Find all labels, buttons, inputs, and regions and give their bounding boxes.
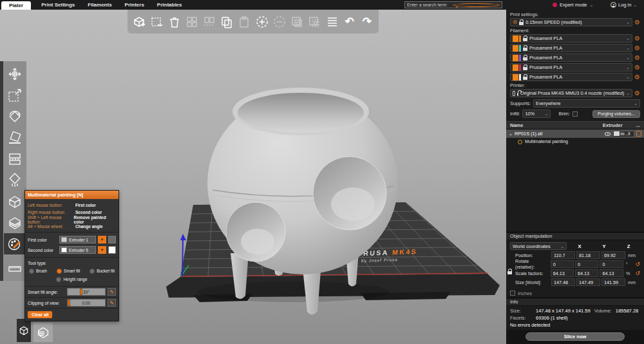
redo-button[interactable]: ↷ bbox=[359, 14, 375, 30]
add-object-button[interactable] bbox=[131, 14, 147, 30]
brim-checkbox[interactable] bbox=[573, 111, 578, 117]
supports-select[interactable]: Everywhere ⌄ bbox=[533, 99, 640, 108]
extruder-column-header[interactable]: Extruder bbox=[603, 122, 636, 128]
rotate-z-field[interactable]: 0 bbox=[600, 260, 623, 268]
preview-view-button[interactable] bbox=[33, 323, 53, 342]
clipping-view-slider[interactable]: 0.00 bbox=[67, 299, 106, 307]
search-input[interactable]: Enter a search term bbox=[404, 1, 502, 8]
seam-painting-tool[interactable] bbox=[4, 191, 26, 212]
rotate-x-field[interactable]: 0 bbox=[551, 260, 574, 268]
uniform-scale-lock-icon[interactable] bbox=[507, 271, 512, 274]
printer-select[interactable]: Original Prusa MK4S MMU3 0.4 nozzle (mod… bbox=[510, 89, 632, 97]
purging-volumes-button[interactable]: Purging volumes... bbox=[592, 110, 640, 118]
3d-viewport[interactable]: ORIGINAL PRUSA MK4S by Josef Prusa bbox=[0, 10, 506, 344]
edit-filament-4-button[interactable]: ⚙ bbox=[634, 64, 640, 71]
move-tool[interactable] bbox=[4, 63, 26, 84]
copy-button[interactable] bbox=[219, 14, 234, 30]
reset-scale-button[interactable]: ↺ bbox=[635, 271, 640, 276]
variable-layer-height-button[interactable] bbox=[324, 14, 339, 30]
object-child-row[interactable]: Multimaterial painting bbox=[506, 138, 644, 146]
cut-tool[interactable] bbox=[4, 148, 26, 169]
chevron-down-icon: ⌄ bbox=[590, 3, 594, 7]
inches-checkbox[interactable] bbox=[510, 291, 515, 296]
scale-x-field[interactable]: 64.13 bbox=[551, 269, 574, 277]
size-y-field[interactable]: 147.49 bbox=[576, 278, 600, 286]
scale-y-field[interactable]: 64.13 bbox=[575, 269, 598, 277]
measure-tool[interactable] bbox=[4, 258, 26, 279]
edit-filament-2-button[interactable]: ⚙ bbox=[634, 45, 640, 52]
filament-1-select[interactable]: Prusament PLA ⌄ bbox=[510, 34, 632, 43]
edit-filament-5-button[interactable]: ⚙ bbox=[634, 74, 640, 81]
edit-angle-button[interactable]: ✎ bbox=[108, 288, 116, 296]
search-icon[interactable] bbox=[453, 3, 500, 7]
split-objects-button[interactable] bbox=[289, 14, 305, 30]
edit-printer-button[interactable]: ⚙ bbox=[634, 90, 640, 97]
position-z-field[interactable]: 69.92 bbox=[601, 251, 625, 259]
second-color-dropdown-button[interactable]: ▾ bbox=[98, 246, 106, 254]
scale-z-field[interactable]: 64.13 bbox=[600, 269, 623, 277]
print-settings-select[interactable]: ⚙ 0.15mm SPEED (modified) ⌄ bbox=[510, 18, 632, 26]
position-x-field[interactable]: 110.7 bbox=[551, 251, 575, 259]
edit-filament-3-button[interactable]: ⚙ bbox=[634, 55, 640, 61]
filament-5-select[interactable]: Prusament PLA ⌄ bbox=[510, 73, 632, 81]
arrange-bed-button[interactable] bbox=[202, 14, 217, 30]
position-y-field[interactable]: 81.18 bbox=[576, 251, 600, 259]
scale-tool[interactable] bbox=[4, 84, 26, 106]
collapse-caret-icon[interactable]: ⌄ bbox=[509, 131, 513, 136]
tab-plater[interactable]: Plater bbox=[1, 1, 31, 10]
tab-filaments[interactable]: Filaments bbox=[81, 0, 118, 10]
edit-filament-1-button[interactable]: ⚙ bbox=[634, 35, 640, 42]
filament-2-select[interactable]: Prusament PLA ⌄ bbox=[510, 44, 632, 52]
tab-printers[interactable]: Printers bbox=[118, 0, 151, 10]
tool-bucket-fill-radio[interactable]: Bucket fill bbox=[90, 269, 115, 274]
object-row[interactable]: ⌄ RP01S (1).stl de...lt bbox=[506, 129, 644, 138]
first-color-dropdown-button[interactable]: ▾ bbox=[98, 236, 106, 244]
reset-rotation-button[interactable]: ↺ bbox=[635, 262, 640, 267]
first-color-select[interactable]: Extruder 1 bbox=[59, 236, 96, 244]
support-painting-tool[interactable] bbox=[4, 169, 26, 191]
place-on-face-tool[interactable] bbox=[4, 127, 26, 148]
login-button[interactable]: Log in ⌄ bbox=[611, 0, 637, 10]
multimaterial-painting-tool[interactable] bbox=[4, 233, 26, 254]
rotate-tool[interactable] bbox=[4, 106, 26, 127]
delete-all-button[interactable] bbox=[166, 14, 182, 30]
tool-brush-radio[interactable]: Brush bbox=[29, 269, 47, 274]
second-color-select[interactable]: Extruder 5 bbox=[59, 246, 96, 254]
tab-printables[interactable]: Printables bbox=[151, 0, 189, 10]
split-parts-button[interactable] bbox=[307, 14, 322, 30]
tool-smart-fill-radio[interactable]: Smart fill bbox=[57, 269, 80, 274]
mode-selector[interactable]: Expert mode ⌄ bbox=[553, 0, 593, 10]
size-z-field[interactable]: 141.59 bbox=[601, 278, 625, 286]
object-extruder-select[interactable]: de...lt bbox=[612, 131, 634, 137]
remove-instance-icon bbox=[272, 15, 287, 29]
name-column-header[interactable]: Name bbox=[510, 122, 603, 128]
editor-view-button[interactable] bbox=[17, 319, 31, 342]
clear-all-button[interactable]: Clear all bbox=[28, 311, 52, 318]
arrange-button[interactable] bbox=[184, 14, 200, 30]
slice-now-button[interactable]: Slice now bbox=[526, 332, 625, 341]
edit-clipping-button[interactable]: ✎ bbox=[108, 299, 116, 307]
remove-object-button[interactable] bbox=[149, 14, 164, 30]
filament-3-select[interactable]: Prusament PLA ⌄ bbox=[510, 53, 632, 62]
smart-fill-angle-slider[interactable]: 30° bbox=[67, 288, 106, 296]
slider-handle[interactable] bbox=[68, 300, 70, 306]
remove-instance-button[interactable] bbox=[272, 14, 287, 30]
rotate-y-field[interactable]: 0 bbox=[575, 260, 598, 268]
emboss-tool[interactable] bbox=[4, 212, 26, 233]
edit-print-settings-button[interactable]: ⚙ bbox=[634, 19, 640, 26]
slider-handle[interactable] bbox=[80, 289, 82, 295]
coordinates-select[interactable]: World coordinates ⌄ bbox=[510, 242, 567, 250]
tool-height-range-radio[interactable]: Height range bbox=[56, 277, 87, 282]
infill-select[interactable]: 10% ⌄ bbox=[522, 110, 551, 118]
eye-icon[interactable] bbox=[605, 132, 611, 136]
more-column-header[interactable]: ... bbox=[636, 122, 640, 128]
size-x-field[interactable]: 147.48 bbox=[551, 278, 575, 286]
add-instance-button[interactable] bbox=[254, 14, 270, 30]
arrange-icon bbox=[185, 15, 199, 29]
filament-4-select[interactable]: Prusament PLA ⌄ bbox=[510, 63, 632, 72]
panel-title[interactable]: Multimaterial painting [N] bbox=[25, 191, 118, 199]
edit-settings-icon[interactable] bbox=[636, 131, 641, 137]
tab-print-settings[interactable]: Print Settings bbox=[35, 0, 81, 10]
paste-button[interactable] bbox=[236, 14, 252, 30]
undo-button[interactable]: ↶ bbox=[342, 14, 357, 30]
